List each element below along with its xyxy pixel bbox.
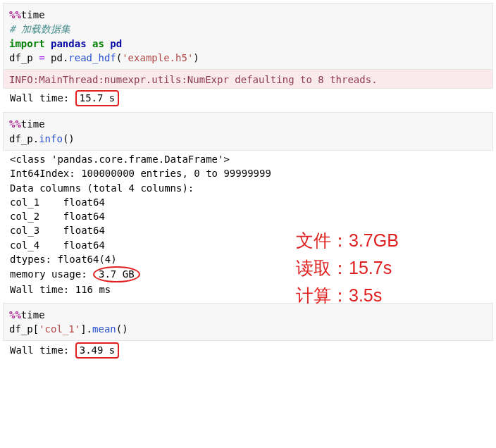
info-col-1: col_1 float64: [10, 197, 105, 208]
wall-time-2: Wall time: 116 ms: [10, 284, 111, 295]
code-cell-1: %%time # 加载数据集 import pandas as pd df_p …: [3, 3, 493, 70]
magic-percent: %%: [9, 9, 21, 20]
info-class: <class 'pandas.core.frame.DataFrame'>: [10, 154, 230, 165]
paren-open: (: [116, 52, 122, 63]
highlight-oval-memusage: 3.7 GB: [93, 266, 140, 282]
call-info: info: [39, 133, 63, 144]
magic-percent: %%: [9, 309, 21, 321]
var-dfp: df_p: [9, 52, 39, 63]
wall-time-value-1: 15.7 s: [80, 92, 116, 104]
info-dtypes-a: dtypes: float64(4: [10, 254, 111, 265]
wall-time-3: Wall time: 3.49 s: [3, 341, 493, 363]
annot-read-time: 读取：15.7s: [296, 258, 392, 278]
paren: (): [116, 323, 128, 335]
mod-pandas: pandas: [51, 38, 87, 49]
bracket-dot: ].: [80, 323, 92, 335]
numexpr-info-line: INFO:MainThread:numexpr.utils:NumExpr de…: [9, 74, 378, 85]
mod-pd: pd: [110, 38, 122, 49]
comment-load-dataset: # 加载数据集: [9, 23, 70, 35]
highlight-rect-walltime-3: 3.49 s: [75, 342, 120, 359]
output-info: <class 'pandas.core.frame.DataFrame'> In…: [3, 151, 493, 301]
info-memusage-value: 3.7 GB: [99, 268, 135, 280]
highlight-rect-walltime-1: 15.7 s: [75, 90, 120, 106]
kw-as: as: [92, 38, 104, 49]
magic-time: time: [21, 309, 45, 321]
info-output-1: INFO:MainThread:numexpr.utils:NumExpr de…: [3, 70, 493, 89]
info-index: Int64Index: 100000000 entries, 0 to 9999…: [10, 168, 271, 179]
wall-time-label: Wall time:: [10, 344, 75, 356]
magic-time: time: [21, 9, 45, 20]
wall-time-label: Wall time:: [10, 92, 75, 104]
info-memusage-label: memory usage:: [10, 268, 93, 280]
annot-compute-time: 计算：3.5s: [296, 285, 382, 305]
magic-percent: %%: [9, 118, 21, 130]
annot-file-size: 文件：3.7GB: [296, 230, 399, 250]
str-col1: 'col_1': [39, 323, 80, 335]
annotation-summary: 文件：3.7GB 读取：15.7s 计算：3.5s: [296, 227, 399, 309]
code-cell-3: %%time df_p['col_1'].mean(): [3, 303, 493, 342]
op-eq: =: [39, 52, 44, 63]
rhs-pd: pd.: [45, 52, 69, 63]
paren: (): [63, 133, 75, 144]
code-cell-2: %%time df_p.info(): [3, 112, 493, 151]
call-read-hdf: read_hdf: [68, 52, 116, 63]
str-example-h5: 'example.h5': [122, 52, 193, 63]
info-col-3: col_3 float64: [10, 225, 105, 236]
info-col-4: col_4 float64: [10, 239, 105, 251]
info-columns-header: Data columns (total 4 columns):: [10, 182, 194, 194]
info-dtypes-b: ): [111, 254, 116, 265]
wall-time-1: Wall time: 15.7 s: [3, 89, 493, 111]
kw-import: import: [9, 38, 45, 49]
obj-dfp: df_p.: [9, 133, 39, 144]
obj-dfp-bracket: df_p[: [9, 323, 39, 335]
wall-time-value-3: 3.49 s: [80, 344, 116, 356]
paren-close: ): [193, 52, 199, 63]
info-col-2: col_2 float64: [10, 211, 105, 222]
magic-time: time: [21, 118, 45, 130]
call-mean: mean: [92, 323, 116, 335]
